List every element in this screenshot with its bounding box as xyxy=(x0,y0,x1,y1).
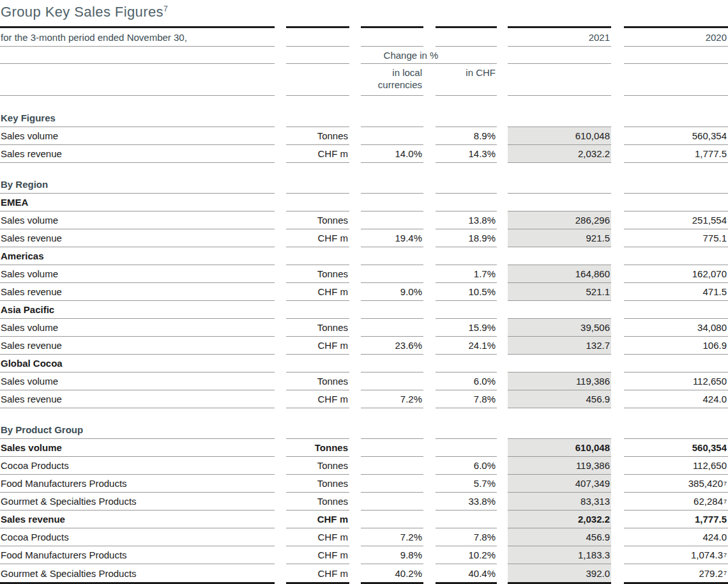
table-row: Gourmet & Specialties ProductsCHF m40.2%… xyxy=(0,564,728,584)
cell-change-local-currencies xyxy=(361,511,423,528)
sales-table: for the 3-month period ended November 30… xyxy=(0,26,728,584)
cell-2021: 2,032.2 xyxy=(508,511,611,528)
cell-2021: 1,183.3 xyxy=(508,546,611,564)
page-title-footnote-marker: 7 xyxy=(163,4,168,13)
cell-2020: 279.27 xyxy=(624,564,728,584)
cell-change-chf xyxy=(436,511,497,528)
cell-unit: CHF m xyxy=(286,564,349,584)
cell-2021: 407,349 xyxy=(508,475,611,493)
cell-2021: 286,296 xyxy=(508,211,611,229)
cell-label: Cocoa Products xyxy=(0,457,275,475)
cell-change-chf: 33.8% xyxy=(436,493,497,511)
cell-label: Sales volume xyxy=(0,373,275,390)
table-row: Sales volumeTonnes1.7%164,860162,070 xyxy=(0,265,728,283)
cell-change-local-currencies xyxy=(361,247,423,265)
cell-2020 xyxy=(624,176,728,194)
cell-unit: Tonnes xyxy=(286,211,349,229)
cell-unit: Tonnes xyxy=(286,319,349,337)
cell-change-chf xyxy=(436,421,497,439)
cell-2020: 471.5 xyxy=(624,283,728,301)
header-empty-cell xyxy=(286,26,349,47)
table-body: Key FiguresSales volumeTonnes8.9%610,048… xyxy=(0,96,728,584)
table-row: Sales revenueCHF m23.6%24.1%132.7106.9 xyxy=(0,337,728,355)
report-page: Group Key Sales Figures7 for the 3-month… xyxy=(0,0,728,584)
cell-label: Americas xyxy=(0,247,275,265)
change-in-percent-header: Change in % xyxy=(361,47,497,64)
table-row: Sales revenueCHF m2,032.21,777.5 xyxy=(0,511,728,528)
cell-unit: Tonnes xyxy=(286,439,349,457)
cell-2021 xyxy=(508,355,611,373)
cell-unit: Tonnes xyxy=(286,493,349,511)
cell-change-local-currencies: 9.8% xyxy=(361,546,423,564)
cell-change-chf: 6.0% xyxy=(436,373,497,390)
cell-2021: 610,048 xyxy=(508,127,611,145)
header-empty-cell xyxy=(436,26,497,47)
cell-2020 xyxy=(624,194,728,211)
cell-2020: 1,777.5 xyxy=(624,511,728,528)
cell-change-local-currencies xyxy=(361,373,423,390)
table-row: Sales revenueCHF m7.2%7.8%456.9424.0 xyxy=(0,390,728,408)
cell-2020: 424.0 xyxy=(624,528,728,546)
page-title: Group Key Sales Figures7 xyxy=(0,0,728,26)
section-header-row: By Product Group xyxy=(0,421,728,439)
cell-change-chf: 8.9% xyxy=(436,127,497,145)
cell-label: Sales volume xyxy=(0,211,275,229)
cell-change-chf: 18.9% xyxy=(436,229,497,247)
cell-change-chf xyxy=(436,194,497,211)
cell-label: Key Figures xyxy=(0,109,275,127)
cell-unit: Tonnes xyxy=(286,373,349,390)
header-empty-cell xyxy=(624,64,728,96)
cell-2021 xyxy=(508,194,611,211)
table-row: Sales revenueCHF m14.0%14.3%2,032.21,777… xyxy=(0,145,728,163)
cell-2021 xyxy=(508,109,611,127)
table-row: Sales revenueCHF m9.0%10.5%521.1471.5 xyxy=(0,283,728,301)
cell-change-local-currencies: 7.2% xyxy=(361,528,423,546)
table-row: Sales volumeTonnes8.9%610,048560,354 xyxy=(0,127,728,145)
cell-unit: Tonnes xyxy=(286,127,349,145)
cell-change-local-currencies: 7.2% xyxy=(361,390,423,408)
table-row: Sales volumeTonnes6.0%119,386112,650 xyxy=(0,373,728,390)
cell-unit: CHF m xyxy=(286,283,349,301)
cell-unit: CHF m xyxy=(286,528,349,546)
cell-label: Food Manufacturers Products xyxy=(0,475,275,493)
cell-2020 xyxy=(624,421,728,439)
cell-change-local-currencies xyxy=(361,265,423,283)
subsection-header-row: Asia Pacific xyxy=(0,301,728,319)
cell-2021 xyxy=(508,247,611,265)
cell-label: By Region xyxy=(0,176,275,194)
cell-change-chf xyxy=(436,355,497,373)
cell-change-local-currencies xyxy=(361,211,423,229)
cell-unit xyxy=(286,247,349,265)
cell-2021: 164,860 xyxy=(508,265,611,283)
header-empty-cell xyxy=(508,47,611,64)
cell-change-local-currencies xyxy=(361,421,423,439)
cell-unit: Tonnes xyxy=(286,475,349,493)
header-row-change: Change in % xyxy=(0,47,728,64)
cell-2020 xyxy=(624,109,728,127)
cell-2021: 132.7 xyxy=(508,337,611,355)
in-chf-header: in CHF xyxy=(436,64,497,96)
cell-2020: 62,2847 xyxy=(624,493,728,511)
year-2021-header: 2021 xyxy=(508,26,611,47)
local-currencies-header: in local currencies xyxy=(361,64,423,96)
cell-2020: 560,354 xyxy=(624,439,728,457)
cell-change-local-currencies xyxy=(361,194,423,211)
cell-label: Global Cocoa xyxy=(0,355,275,373)
header-empty-cell xyxy=(624,47,728,64)
cell-change-chf: 6.0% xyxy=(436,457,497,475)
cell-2020 xyxy=(624,355,728,373)
cell-2021: 921.5 xyxy=(508,229,611,247)
table-row: Gourmet & Specialties ProductsTonnes33.8… xyxy=(0,493,728,511)
table-row: Food Manufacturers ProductsCHF m9.8%10.2… xyxy=(0,546,728,564)
header-empty-cell xyxy=(361,26,423,47)
cell-label: Asia Pacific xyxy=(0,301,275,319)
cell-unit: CHF m xyxy=(286,337,349,355)
cell-2020: 424.0 xyxy=(624,390,728,408)
spacer-row xyxy=(0,163,728,176)
cell-label: Sales revenue xyxy=(0,283,275,301)
cell-change-local-currencies xyxy=(361,319,423,337)
cell-2021: 119,386 xyxy=(508,457,611,475)
cell-2021 xyxy=(508,176,611,194)
cell-change-chf xyxy=(436,109,497,127)
cell-label: Sales revenue xyxy=(0,390,275,408)
